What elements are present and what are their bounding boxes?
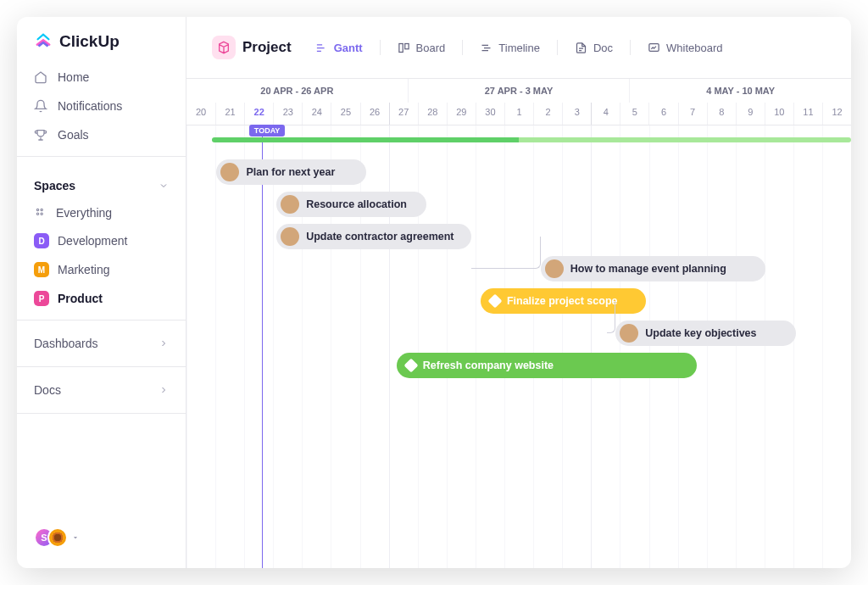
assignee-avatar [281,195,299,214]
home-icon [34,70,47,84]
board-icon [398,42,410,54]
nav-home[interactable]: Home [17,63,186,92]
tab-separator [462,40,463,55]
space-badge: D [34,233,49,248]
tab-doc[interactable]: Doc [565,36,623,60]
space-everything[interactable]: Everything [17,199,186,226]
clickup-logo-icon [34,32,53,51]
task-bar[interactable]: How to manage event planning [541,256,766,281]
svg-point-3 [41,213,42,215]
tab-label: Board [416,42,446,54]
tab-label: Whiteboard [666,42,722,54]
assignee-avatar [281,227,299,246]
week-label: 20 APR - 26 APR [186,79,408,103]
tasks-layer: Plan for next yearResource allocationUpd… [186,125,851,568]
nav-notifications[interactable]: Notifications [17,92,186,120]
task-bar[interactable]: Finalize project scope [481,288,646,314]
tab-timeline[interactable]: Timeline [470,36,550,60]
bell-icon [34,99,47,113]
day-label: 28 [418,103,447,125]
menu-label: Docs [34,383,61,397]
svg-rect-4 [398,43,402,52]
chevron-right-icon [159,385,169,395]
task-label: How to manage event planning [570,263,726,275]
svg-point-2 [36,213,38,215]
timeline-icon [480,42,492,54]
chevron-right-icon [159,338,169,348]
tab-board[interactable]: Board [387,36,456,60]
trophy-icon [34,128,47,142]
svg-point-1 [41,209,42,210]
sidebar: ClickUp Home Notifications Goals Spaces … [17,17,186,568]
dependency-connector [471,237,540,269]
diamond-icon [403,359,418,373]
project-title: Project [242,39,292,56]
task-bar[interactable]: Refresh company website [397,353,697,378]
space-item-development[interactable]: DDevelopment [17,226,186,255]
space-badge: M [34,262,49,277]
spaces-header[interactable]: Spaces [17,164,186,199]
caret-down-icon[interactable] [71,533,80,542]
grid-icon [34,206,47,220]
menu-dashboards[interactable]: Dashboards [17,327,186,360]
day-label: 22 [244,103,273,125]
space-item-marketing[interactable]: MMarketing [17,255,186,284]
task-bar[interactable]: Update contractor agreement [276,224,471,249]
task-label: Update contractor agreement [306,231,453,242]
task-label: Finalize project scope [507,295,618,307]
avatar[interactable] [47,527,68,548]
nav-label: Notifications [58,99,122,113]
space-item-product[interactable]: PProduct [17,284,186,313]
diamond-icon [487,294,502,309]
divider [17,413,186,414]
doc-icon [575,42,587,54]
day-label: 10 [765,103,793,125]
nav-goals[interactable]: Goals [17,120,186,149]
dependency-connector [607,301,616,333]
day-label: 11 [793,103,822,125]
week-row: 20 APR - 26 APR27 APR - 3 MAY4 MAY - 10 … [186,79,851,103]
task-bar[interactable]: Resource allocation [276,192,426,217]
tab-gantt[interactable]: Gantt [305,36,373,60]
sidebar-avatars[interactable]: S [17,527,186,553]
logo-text: ClickUp [59,32,120,51]
week-label: 27 APR - 3 MAY [408,79,630,103]
task-label: Plan for next year [246,166,335,178]
day-label: 6 [648,103,677,125]
main-content: Project Gantt Board Timeline Doc [186,17,851,568]
gantt-icon [315,42,328,54]
spaces-list: DDevelopmentMMarketingPProduct [17,226,186,313]
cube-icon [212,36,236,59]
day-label: 24 [302,103,331,125]
whiteboard-icon [648,42,660,54]
space-label: Everything [56,206,112,220]
space-label: Development [58,234,128,248]
task-label: Update key objectives [645,327,756,339]
timeline-header: 20 APR - 26 APR27 APR - 3 MAY4 MAY - 10 … [186,79,851,125]
divider [17,366,186,367]
day-label: 7 [678,103,707,125]
logo[interactable]: ClickUp [17,32,186,63]
project-title-chip[interactable]: Project [203,29,300,66]
tab-separator [630,40,631,55]
menu-label: Dashboards [34,337,98,350]
day-label: 21 [215,103,244,125]
divider [17,320,186,321]
svg-rect-6 [649,43,659,51]
day-label: 1 [504,103,533,125]
divider [17,156,186,157]
day-label: 2 [533,103,562,125]
menu-docs[interactable]: Docs [17,374,186,406]
day-label: 27 [389,103,418,125]
nav-label: Goals [58,128,89,142]
tab-whiteboard[interactable]: Whiteboard [637,36,732,60]
gantt-chart[interactable]: Plan for next yearResource allocationUpd… [186,125,851,568]
day-label: 26 [360,103,389,125]
spaces-header-label: Spaces [34,179,75,192]
day-label: 23 [273,103,302,125]
day-row: 2021222324252627282930123456789101112TOD… [186,103,851,125]
topbar: Project Gantt Board Timeline Doc [186,17,851,79]
day-label: 29 [447,103,476,125]
task-bar[interactable]: Update key objectives [615,321,795,346]
task-bar[interactable]: Plan for next year [216,159,366,185]
